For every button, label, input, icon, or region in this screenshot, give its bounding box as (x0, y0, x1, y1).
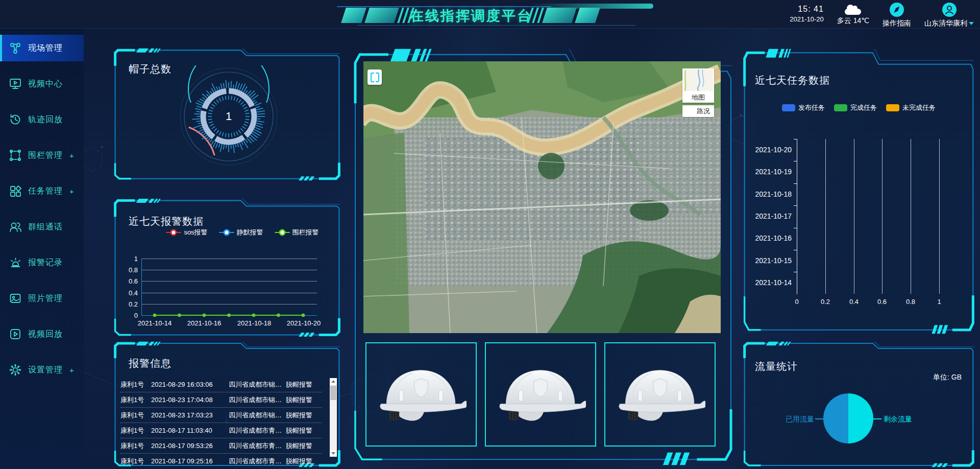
map-type-button[interactable]: 地图 (682, 92, 714, 103)
helmet-card-3[interactable] (604, 342, 716, 447)
share-nodes-icon (8, 41, 22, 55)
sidebar-item-label: 视频回放 (28, 329, 63, 340)
sidebar-item-task-management[interactable]: 任务管理 + (0, 178, 84, 204)
alarm-info-panel: 报警信息 康利1号 2021-08-29 16:03:06 四川省成都市锦江区春… (113, 341, 341, 467)
legend-item-published[interactable]: 发布任务 (782, 103, 825, 112)
sidebar-item-label: 照片管理 (28, 293, 63, 304)
sidebar-item-photo-management[interactable]: 照片管理 (0, 285, 84, 312)
sidebar-item-track-replay[interactable]: 轨迹回放 (0, 106, 84, 133)
chevron-down-icon (969, 22, 974, 25)
sidebar-item-label: 报警记录 (28, 257, 63, 268)
user-avatar-icon (942, 2, 957, 17)
dashboard-screen: 在线指挥调度平台 15: 41 2021-10-20 多云 14℃ 操作指南 (0, 0, 980, 469)
cell-type: 脱帽报警 (286, 380, 322, 389)
x-tick: 0.2 (815, 298, 836, 306)
cell-time: 2021-08-23 17:03:23 (151, 411, 229, 419)
pie-label-used: 已用流量 (773, 415, 814, 424)
sidebar-item-site-management[interactable]: 现场管理 (0, 35, 84, 61)
x-tick: 2021-10-14 (132, 319, 178, 327)
header-underline-decoration (357, 25, 635, 26)
cell-device: 康利1号 (120, 395, 151, 405)
table-row[interactable]: 康利1号 2021-08-17 11:03:40 四川省成都市青羊区西... 脱… (120, 423, 322, 438)
sidebar-item-label: 任务管理 (28, 186, 63, 197)
helmet-card-2[interactable] (485, 342, 596, 447)
task-chart-legend: 发布任务 完成任务 未完成任务 (743, 103, 975, 112)
sidebar-item-group-call[interactable]: 群组通话 (0, 214, 84, 240)
legend-item-sos[interactable]: sos报警 (166, 228, 207, 237)
helmet-image (376, 359, 467, 430)
guide-button[interactable]: 操作指南 (883, 2, 911, 28)
alarm-chart-legend: sos报警 静默报警 围栏报警 (149, 228, 336, 237)
date-value: 2021-10-20 (790, 15, 824, 23)
task-grid-icon (8, 184, 22, 198)
scroll-up-button[interactable] (330, 378, 337, 385)
fullscreen-icon (371, 73, 374, 82)
task-chart-panel: 近七天任务数据 发布任务 完成任务 未完成任务 2021-10-20 2021-… (743, 48, 975, 335)
sidebar-item-alarm-records[interactable]: 报警记录 (0, 249, 84, 276)
sidebar-item-label: 设置管理 (28, 365, 63, 376)
x-tick: 0.6 (872, 298, 892, 306)
cell-device: 康利1号 (120, 457, 151, 466)
x-tick: 2021-10-18 (231, 319, 277, 327)
gridline (882, 139, 883, 294)
legend-label: 围栏报警 (292, 228, 319, 237)
x-tick: 0.8 (900, 298, 921, 306)
weather-widget: 多云 14℃ (837, 2, 869, 26)
cell-device: 康利1号 (120, 380, 151, 389)
pie-label-remaining: 剩余流量 (884, 415, 912, 424)
legend-item-silent[interactable]: 静默报警 (219, 228, 263, 237)
sidebar-item-video-playback[interactable]: 视频回放 (0, 321, 84, 347)
legend-item-fence[interactable]: 围栏报警 (275, 228, 319, 237)
table-row[interactable]: 康利1号 2021-08-23 17:03:23 四川省成都市锦江区春... 脱… (120, 408, 322, 423)
cell-address: 四川省成都市青羊区西... (229, 441, 286, 451)
cell-time: 2021-08-17 09:25:16 (151, 457, 229, 465)
legend-item-completed[interactable]: 完成任务 (834, 103, 877, 112)
map-panel: 地图 路况 (352, 48, 734, 466)
hat-total-panel: 帽子总数 1 (113, 48, 341, 181)
satellite-imagery (363, 61, 721, 333)
gridline (911, 139, 911, 294)
scrollbar[interactable] (330, 378, 337, 457)
cell-time: 2021-08-23 17:04:08 (151, 396, 229, 404)
map-fullscreen-button[interactable] (368, 69, 382, 85)
legend-item-uncompleted[interactable]: 未完成任务 (886, 103, 936, 112)
table-row[interactable]: 康利1号 2021-08-23 17:04:08 四川省成都市锦江区春... 脱… (120, 392, 322, 408)
alarm-line-chart (141, 259, 316, 316)
page-title: 在线指挥调度平台 (410, 7, 532, 25)
helmet-image (615, 359, 705, 430)
table-row[interactable]: 康利1号 2021-08-29 16:03:06 四川省成都市锦江区春... 脱… (120, 377, 322, 392)
table-row[interactable]: 康利1号 2021-08-17 09:53:26 四川省成都市青羊区西... 脱… (120, 438, 322, 454)
sidebar-item-video-center[interactable]: 视频中心 (0, 71, 84, 97)
table-row[interactable]: 康利1号 2021-08-17 09:25:16 四川省成都市青羊区西... 脱… (120, 454, 322, 465)
y-tick: 1 (113, 255, 138, 263)
sidebar-item-settings[interactable]: 设置管理 + (0, 357, 84, 383)
x-tick: 0.4 (844, 298, 864, 306)
traffic-button[interactable]: 路况 (682, 105, 714, 117)
map-type-thumbnail[interactable] (682, 68, 714, 92)
sidebar-item-label: 轨迹回放 (28, 114, 63, 125)
cell-type: 脱帽报警 (286, 411, 322, 420)
y-tick: 0.6 (113, 277, 138, 285)
legend-label: sos报警 (184, 228, 207, 237)
helmet-card-1[interactable] (365, 342, 477, 447)
y-tick: 0.4 (113, 289, 138, 297)
cell-time: 2021-08-17 11:03:40 (151, 427, 229, 434)
satellite-map[interactable]: 地图 路况 (363, 61, 721, 333)
gridline (825, 139, 826, 294)
legend-label: 完成任务 (850, 103, 877, 112)
legend-label: 未完成任务 (902, 103, 936, 112)
org-dropdown[interactable]: 山东清华康利 (924, 2, 974, 28)
sidebar-nav: 现场管理 视频中心 轨迹回放 围栏管理 + (0, 28, 84, 469)
alarm-chart-panel: 近七天报警数据 sos报警 静默报警 围栏报警 1 0.8 0.6 0.4 0.… (113, 198, 341, 337)
cell-address: 四川省成都市锦江区春... (229, 411, 286, 420)
fence-boundary-icon (8, 148, 22, 162)
history-clock-icon (8, 112, 22, 127)
scroll-down-button[interactable] (330, 450, 337, 457)
y-category: 2021-10-17 (743, 212, 792, 220)
scrollbar-thumb[interactable] (330, 386, 336, 400)
sidebar-item-label: 围栏管理 (28, 150, 63, 161)
panel-title: 流量统计 (755, 360, 798, 373)
x-tick: 2021-10-20 (281, 319, 327, 327)
sidebar-item-fence-management[interactable]: 围栏管理 + (0, 142, 84, 169)
cell-type: 脱帽报警 (286, 441, 322, 451)
